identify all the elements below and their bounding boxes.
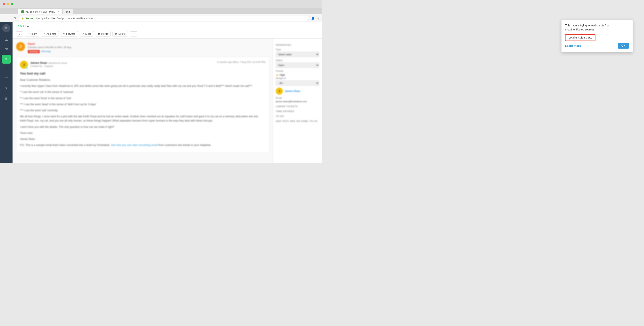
ticket-main: J Open Overdue since 9:46 AM on Mon, 28 … xyxy=(12,39,273,163)
ticket-header: J Open Overdue since 9:46 AM on Mon, 28 … xyxy=(16,42,269,53)
app-container: F ☁ ✉ ≡ ⏱ ☰ ? ⚙ Tickets › 1 xyxy=(0,22,322,163)
breadcrumb-tickets-link[interactable]: Tickets xyxy=(16,24,24,27)
help-icon: ? xyxy=(5,87,8,91)
email-field-label: Email xyxy=(276,96,319,99)
minimize-button[interactable] xyxy=(7,3,10,5)
close-ticket-button[interactable]: ✓ Close xyxy=(80,31,94,37)
tab-close-icon[interactable]: ✕ xyxy=(58,11,59,13)
address-bar[interactable]: 🔒 Secure https://platformhiker.freshpo.c… xyxy=(19,16,309,21)
main-content: Tickets › 1 ↺ ↩ Reply ✎ Add note ↪ Forwa… xyxy=(12,22,322,163)
user-avatar[interactable]: F xyxy=(2,24,10,32)
email-ps-text: P.S. This is a sample email that's been … xyxy=(20,143,110,147)
email-body-p6: We all lose things. I once went for a pi… xyxy=(20,114,266,123)
overdue-tag: Overdue xyxy=(28,50,40,53)
reply-button[interactable]: ↩ Reply xyxy=(25,31,39,37)
ticket-overdue-text: Overdue since 9:46 AM on Mon, 28 Aug xyxy=(28,46,269,49)
active-tab[interactable]: #1) You lost my cat! - Platf... ✕ xyxy=(18,9,62,14)
breadcrumb-ticket-id: 1 xyxy=(27,24,29,27)
add-note-button[interactable]: ✎ Add note xyxy=(41,31,59,37)
forward-button[interactable]: › xyxy=(8,16,10,21)
email-sender-avatar: J xyxy=(20,61,28,69)
email-body-p4: *** I use the word 'dead' in the sense o… xyxy=(20,102,266,107)
second-tab-label: 355 xyxy=(66,10,70,13)
time-entries-section[interactable]: TIME ENTRIES xyxy=(276,110,319,113)
merge-button[interactable]: ⇄ Merge xyxy=(96,31,111,37)
toolbar: ↺ ↩ Reply ✎ Add note ↪ Forward ✓ Close ⇄… xyxy=(12,29,322,39)
email-ps-link[interactable]: See how you can start converting email xyxy=(111,143,158,147)
sidebar-item-settings[interactable]: ⚙ xyxy=(2,94,11,103)
status-field-label: Status xyxy=(276,59,319,62)
more-actions-button[interactable]: ⋯ xyxy=(130,31,137,37)
email-body-p7: I won't bore you with the details. The o… xyxy=(20,125,266,129)
to-do-section[interactable]: TO DO xyxy=(276,115,319,117)
breadcrumb: Tickets › 1 xyxy=(12,22,322,29)
forward-icon: ↪ xyxy=(63,32,65,35)
email-ps: P.S. This is a sample email that's been … xyxy=(20,143,266,147)
refresh-button[interactable]: ↻ xyxy=(12,16,17,21)
email-body-p2: * I use the word 'cat' in the sense of '… xyxy=(20,90,266,94)
account-icon[interactable]: 👤 xyxy=(311,17,314,20)
email-sign2: James Dean xyxy=(20,137,266,141)
priority-text: High xyxy=(280,73,285,77)
tab-bar: #1) You lost my cat! - Platf... ✕ 355 xyxy=(0,8,322,14)
priority-dot-icon: ★ xyxy=(276,73,278,77)
forward-label: Forward xyxy=(66,33,75,35)
back-button[interactable]: ‹ xyxy=(3,16,6,21)
breadcrumb-separator: › xyxy=(26,24,26,27)
tab-label: #1) You lost my cat! - Platf... xyxy=(26,10,56,13)
timer-icon: ⏱ xyxy=(4,67,8,71)
avatar-initial: F xyxy=(5,27,8,30)
properties-section-title: PROPERTIES xyxy=(276,44,319,46)
email-thread: J James Dean reported an issue Created b… xyxy=(16,57,269,153)
forward-button[interactable]: ↪ Forward xyxy=(60,31,78,37)
status-select[interactable]: Open xyxy=(276,62,319,68)
add-note-label: Add note xyxy=(46,33,56,35)
browser-chrome xyxy=(0,0,322,8)
sidebar-item-help[interactable]: ? xyxy=(2,84,11,93)
sidebar-item-cloud[interactable]: ☁ xyxy=(2,35,11,44)
email-sign1: Yours ever, xyxy=(20,131,266,135)
contact-section: J James Dean xyxy=(276,88,319,95)
contact-name[interactable]: James Dean xyxy=(285,90,300,93)
merge-icon: ⇄ xyxy=(98,32,100,35)
online-indicator xyxy=(26,67,28,69)
menu-icon: ☰ xyxy=(5,77,8,81)
email-body-p1: I recently flew Upper Class from Heathro… xyxy=(20,84,266,88)
bookmark-icon[interactable]: ☆ xyxy=(316,17,319,20)
email-value: james.dean@freshdesk.com xyxy=(276,100,319,103)
fullscreen-button[interactable] xyxy=(11,3,14,5)
priority-value: ★ High xyxy=(276,73,319,77)
reply-label: Reply xyxy=(30,33,37,35)
close-button[interactable] xyxy=(3,3,5,5)
secure-lock-icon: 🔒 xyxy=(21,17,24,20)
tab-favicon-icon xyxy=(21,10,24,13)
second-tab[interactable]: 355 xyxy=(63,9,73,14)
type-field-label: Type xyxy=(276,48,319,51)
sidebar: F ☁ ✉ ≡ ⏱ ☰ ? ⚙ xyxy=(0,22,12,163)
type-select[interactable]: Select value xyxy=(276,52,319,57)
add-tags-link[interactable]: Add tags xyxy=(41,50,51,53)
secure-label: Secure xyxy=(25,17,34,20)
linked-tickets-section[interactable]: LINKED TICKETS xyxy=(276,105,319,108)
email-greeting: Dear Customer Relations, xyxy=(20,78,266,82)
tickets-icon: ✉ xyxy=(5,47,8,52)
delete-button[interactable]: 🗑 Delete xyxy=(112,31,128,37)
nav-actions: 👤 ☆ xyxy=(311,17,319,20)
refresh-ticket-button[interactable]: ↺ xyxy=(16,31,23,37)
assign-to-select[interactable]: - All - xyxy=(276,80,319,86)
sidebar-item-timer[interactable]: ⏱ xyxy=(2,65,11,73)
email-from-name: James Dean xyxy=(30,61,47,65)
sidebar-item-menu[interactable]: ☰ xyxy=(2,74,11,83)
email-body-p5: *** I use the word 'sad' correctly. xyxy=(20,108,266,113)
assign-to-field-label: Assign to xyxy=(276,77,319,79)
list-icon: ≡ xyxy=(5,57,7,61)
ticket-status-info: Open Overdue since 9:46 AM on Mon, 28 Au… xyxy=(28,42,269,53)
email-created-by: Created by - Support xyxy=(30,65,215,67)
email-meta: James Dean reported an issue Created by … xyxy=(30,61,215,67)
sidebar-item-tickets[interactable]: ✉ xyxy=(2,45,11,54)
delete-icon: 🗑 xyxy=(115,32,118,35)
email-body: Dear Customer Relations, I recently flew… xyxy=(20,78,266,147)
sidebar-item-active[interactable]: ≡ xyxy=(2,55,11,64)
add-text-section[interactable]: ADD TEXT ARG on FINBL TO US xyxy=(276,120,319,122)
requester-avatar: J xyxy=(16,42,25,51)
